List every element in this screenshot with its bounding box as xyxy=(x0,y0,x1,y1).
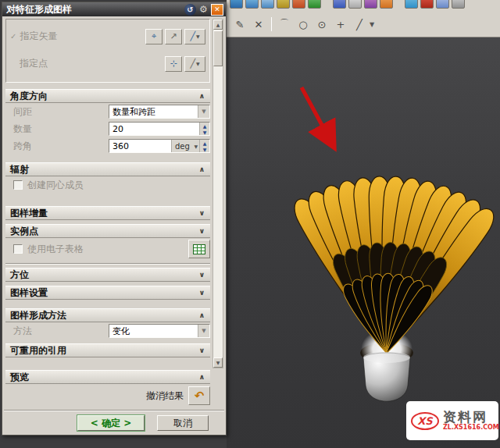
toolbar-icon[interactable] xyxy=(380,0,393,9)
chevron-down-icon[interactable]: ▼ xyxy=(198,325,209,337)
chevron-down-icon: ▼ xyxy=(196,34,200,39)
collapse-icon: ∧ xyxy=(199,373,205,381)
span-angle-row: 跨角 360 deg ▼ ▲ ▼ xyxy=(5,137,210,155)
separator xyxy=(5,263,210,265)
sketch-line-icon[interactable]: ╱ xyxy=(351,16,368,33)
concentric-checkbox[interactable] xyxy=(13,180,23,190)
spreadsheet-checkbox[interactable] xyxy=(13,244,23,254)
point-dialog-button[interactable]: ⊹ xyxy=(165,56,182,72)
chevron-down-icon: ▼ xyxy=(196,61,200,66)
count-spinbox[interactable]: 20 ▲ ▼ xyxy=(109,122,210,136)
point-type-icon: ╱ xyxy=(190,59,195,69)
vector-point-group: ✓ 指定矢量 ⌖ ↗ ╱▼ 指定点 ⊹ ╱▼ xyxy=(5,19,210,83)
sketch-arc-icon[interactable]: ⌒ xyxy=(276,16,293,33)
section-pattern-settings[interactable]: 图样设置 ∨ xyxy=(5,286,210,300)
viewport-3d[interactable]: ✎ ✕ ⌒ ○ ⊙ + ╱ ▼ XS 资料网 ZL.XS1616.COM xyxy=(227,0,500,448)
spreadsheet-button[interactable] xyxy=(188,240,210,258)
cancel-button[interactable]: 取消 xyxy=(157,415,209,431)
spin-down-icon[interactable]: ▼ xyxy=(200,129,209,135)
toolbar-icon[interactable] xyxy=(333,0,346,9)
undo-result-label: 撤消结果 xyxy=(146,389,188,403)
section-pattern-increment[interactable]: 图样增量 ∨ xyxy=(5,206,210,220)
footer-separator xyxy=(4,410,224,411)
vector-type-combo[interactable]: ╱▼ xyxy=(184,29,205,44)
section-reusable-reference[interactable]: 可重用的引用 ∨ xyxy=(5,343,210,357)
dialog-scrollbar[interactable]: ▲ ▼ xyxy=(212,19,223,368)
pattern-feature-dialog: 对特征形成图样 ↺ ⚙ ✕ ✓ 指定矢量 ⌖ ↗ ╱▼ 指定点 ⊹ xyxy=(2,2,227,436)
section-orientation[interactable]: 方位 ∨ xyxy=(5,268,210,282)
chevron-down-icon[interactable]: ▼ xyxy=(198,105,209,118)
inferred-vector-icon: ⌖ xyxy=(152,31,156,41)
spreadsheet-row: 使用电子表格 xyxy=(5,238,210,260)
toolbar-icon[interactable] xyxy=(364,0,377,9)
point-dialog-icon: ⊹ xyxy=(170,59,177,69)
toolbar-icon[interactable] xyxy=(348,0,362,9)
section-title: 辐射 xyxy=(10,163,29,176)
spin-up-icon[interactable]: ▲ xyxy=(200,123,209,129)
specify-vector-label: 指定矢量 xyxy=(20,30,57,43)
scroll-up-icon[interactable]: ▲ xyxy=(213,20,223,30)
section-radiate[interactable]: 辐射 ∧ xyxy=(5,162,210,176)
scrollbar-thumb[interactable] xyxy=(213,30,223,66)
top-toolbar: ✎ ✕ ⌒ ○ ⊙ + ╱ ▼ xyxy=(227,0,500,37)
undo-result-row: 撤消结果 ↶ xyxy=(5,384,210,407)
toolbar-icon[interactable] xyxy=(405,0,418,9)
spacing-dropdown[interactable]: 数量和跨距 ▼ xyxy=(109,105,210,119)
dialog-titlebar[interactable]: 对特征形成图样 ↺ ⚙ ✕ xyxy=(2,2,226,16)
watermark-site-name: 资料网 xyxy=(443,410,499,425)
toolbar-icon[interactable] xyxy=(245,0,259,9)
vector-type-icon: ╱ xyxy=(190,31,195,41)
specify-vector-row: ✓ 指定矢量 ⌖ ↗ ╱▼ xyxy=(10,23,205,50)
section-title: 图样设置 xyxy=(10,286,48,300)
expand-icon: ∨ xyxy=(199,227,205,235)
sketch-pencil-icon[interactable]: ✎ xyxy=(231,16,248,33)
unit-value: deg xyxy=(175,142,190,151)
toolbar-icon[interactable] xyxy=(292,0,305,9)
toolbar-icon[interactable] xyxy=(230,0,243,9)
toolbar-icon[interactable] xyxy=(261,0,274,9)
section-pattern-method[interactable]: 图样形成方法 ∧ xyxy=(5,308,210,322)
dialog-options-gear-icon[interactable]: ⚙ xyxy=(198,4,209,16)
section-preview[interactable]: 预览 ∧ xyxy=(5,370,210,384)
method-label: 方法 xyxy=(13,325,32,338)
section-title: 图样形成方法 xyxy=(10,309,66,322)
dialog-title: 对特征形成图样 xyxy=(5,3,72,16)
sketch-point-icon[interactable]: ⊙ xyxy=(313,16,330,33)
sketch-toolbar: ✎ ✕ ⌒ ○ ⊙ + ╱ ▼ xyxy=(227,12,500,36)
dialog-content: ✓ 指定矢量 ⌖ ↗ ╱▼ 指定点 ⊹ ╱▼ 角度方向 ∧ 间距 xyxy=(3,16,225,411)
toolbar-icon[interactable] xyxy=(452,0,465,9)
sketch-circle-icon[interactable]: ○ xyxy=(295,16,312,33)
unit-dropdown[interactable]: deg ▼ xyxy=(171,140,199,152)
ok-button[interactable]: < 确定 > xyxy=(77,415,145,431)
toolbar-icon[interactable] xyxy=(420,0,434,9)
collapse-icon: ∧ xyxy=(199,165,205,173)
dialog-reset-icon[interactable]: ↺ xyxy=(184,4,196,16)
toolbar-icon[interactable] xyxy=(277,0,290,9)
section-title: 预览 xyxy=(10,371,29,384)
section-angle-direction[interactable]: 角度方向 ∧ xyxy=(5,89,210,103)
vector-dialog-button[interactable]: ↗ xyxy=(165,29,182,44)
count-label: 数量 xyxy=(13,123,32,136)
toolbar-icon[interactable] xyxy=(308,0,321,9)
method-dropdown[interactable]: 变化 ▼ xyxy=(109,324,210,338)
undo-result-button[interactable]: ↶ xyxy=(188,386,210,405)
toolbar-icon[interactable] xyxy=(436,0,449,9)
toolbar-more-icon[interactable]: ▼ xyxy=(370,21,374,28)
chevron-down-icon: ▼ xyxy=(194,144,199,149)
span-angle-field[interactable]: 360 deg ▼ ▲ ▼ xyxy=(109,139,210,153)
span-angle-value: 360 xyxy=(109,140,171,152)
scroll-down-icon[interactable]: ▼ xyxy=(213,357,223,368)
section-title: 实例点 xyxy=(10,225,38,238)
sketch-plus-icon[interactable]: + xyxy=(332,16,349,33)
spin-down-icon[interactable]: ▼ xyxy=(200,146,209,152)
spin-up-icon[interactable]: ▲ xyxy=(200,140,209,146)
dialog-close-icon[interactable]: ✕ xyxy=(211,4,223,16)
method-row: 方法 变化 ▼ xyxy=(5,322,210,340)
concentric-row: 创建同心成员 xyxy=(5,176,210,194)
point-type-combo[interactable]: ╱▼ xyxy=(184,56,205,72)
inferred-vector-button[interactable]: ⌖ xyxy=(145,29,162,44)
watermark: XS 资料网 ZL.XS1616.COM xyxy=(406,401,498,440)
section-instance-point[interactable]: 实例点 ∨ xyxy=(5,224,210,238)
section-title: 角度方向 xyxy=(10,90,48,103)
sketch-profile-icon[interactable]: ✕ xyxy=(250,16,267,33)
